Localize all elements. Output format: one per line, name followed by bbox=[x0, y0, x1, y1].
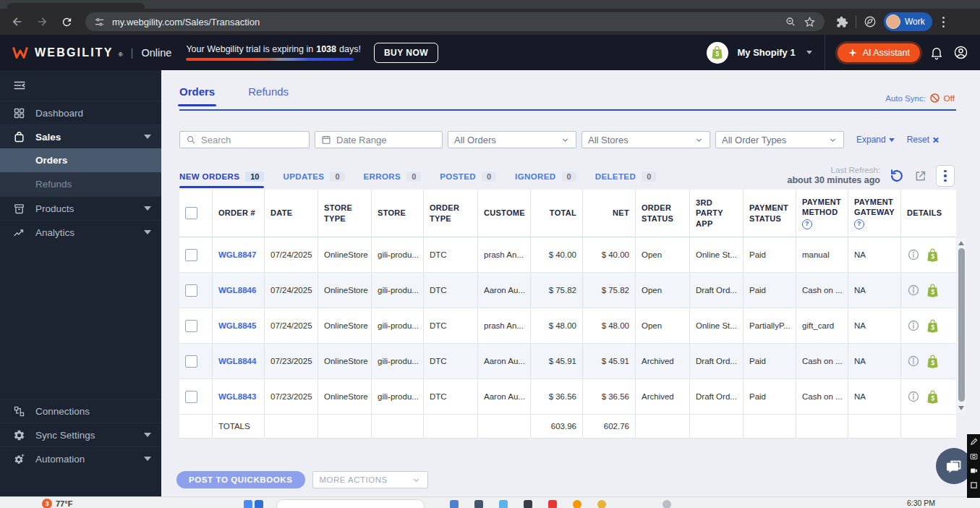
column-header-payment-status[interactable]: PAYMENT STATUS bbox=[743, 190, 796, 237]
column-header-order[interactable]: ORDER # bbox=[213, 190, 265, 237]
tab-refunds[interactable]: Refunds bbox=[248, 85, 289, 106]
auto-sync-toggle[interactable]: Auto Sync: Off bbox=[885, 93, 955, 103]
forward-icon[interactable] bbox=[32, 12, 52, 32]
taskbar-app-icon[interactable] bbox=[573, 500, 581, 508]
region-select-icon[interactable] bbox=[970, 481, 978, 489]
tab-orders[interactable]: Orders bbox=[179, 85, 215, 106]
tab-new-orders[interactable]: NEW ORDERS10 bbox=[179, 172, 264, 188]
info-icon[interactable] bbox=[907, 248, 920, 261]
tab-deleted[interactable]: DELETED0 bbox=[595, 172, 657, 188]
taskbar-app-icon[interactable] bbox=[499, 500, 508, 508]
taskbar-app-icon[interactable] bbox=[450, 500, 459, 508]
chevron-down-icon[interactable] bbox=[806, 51, 812, 54]
order-number-link[interactable]: WGL8843 bbox=[218, 392, 256, 401]
camera-icon[interactable] bbox=[970, 452, 978, 460]
browser-profile[interactable]: Work bbox=[884, 12, 932, 31]
taskbar-app-icon[interactable] bbox=[548, 500, 557, 508]
browser-menu-icon[interactable] bbox=[939, 14, 947, 30]
tab-errors[interactable]: ERRORS0 bbox=[364, 172, 422, 188]
row-checkbox[interactable] bbox=[185, 391, 197, 403]
row-checkbox[interactable] bbox=[185, 284, 197, 297]
more-actions-select[interactable]: MORE ACTIONS bbox=[312, 471, 428, 488]
scrollbar-thumb[interactable] bbox=[958, 248, 965, 402]
sidebar-item-dashboard[interactable]: Dashboard bbox=[0, 101, 161, 124]
taskbar-weather[interactable]: 3 77°F bbox=[42, 499, 72, 508]
column-header-net[interactable]: NET bbox=[583, 190, 636, 237]
site-info-icon[interactable] bbox=[94, 17, 105, 27]
column-header-total[interactable]: TOTAL bbox=[531, 190, 583, 237]
info-icon[interactable] bbox=[907, 355, 920, 368]
store-switcher[interactable]: My Shopify 1 bbox=[738, 47, 796, 58]
extensions-icon[interactable] bbox=[836, 16, 848, 28]
sidebar-item-orders[interactable]: Orders bbox=[0, 148, 161, 172]
video-icon[interactable] bbox=[970, 467, 978, 475]
taskbar-app-icon[interactable] bbox=[474, 500, 483, 508]
notifications-bell-icon[interactable] bbox=[929, 46, 944, 60]
order-types-filter-select[interactable]: All Order Types bbox=[715, 131, 844, 148]
orders-filter-select[interactable]: All Orders bbox=[448, 131, 576, 148]
help-icon[interactable]: ? bbox=[802, 219, 812, 229]
scroll-up-icon[interactable] bbox=[958, 241, 964, 245]
table-menu-icon[interactable] bbox=[936, 165, 955, 187]
info-icon[interactable] bbox=[907, 319, 920, 332]
account-icon[interactable] bbox=[953, 45, 968, 60]
column-header-payment-gateway[interactable]: PAYMENT GATEWAY? bbox=[848, 190, 901, 237]
sidebar-item-automation[interactable]: Automation bbox=[0, 446, 161, 470]
column-header-date[interactable]: DATE bbox=[265, 190, 318, 237]
sidebar-item-sync-settings[interactable]: Sync Settings bbox=[0, 423, 161, 446]
search-input[interactable] bbox=[201, 135, 299, 145]
buy-now-button[interactable]: BUY NOW bbox=[374, 43, 438, 63]
table-scrollbar[interactable] bbox=[957, 239, 966, 412]
column-header-payment-method[interactable]: PAYMENT METHOD? bbox=[796, 190, 848, 237]
order-number-link[interactable]: WGL8847 bbox=[218, 250, 256, 259]
tab-ignored[interactable]: IGNORED0 bbox=[515, 172, 576, 188]
select-all-checkbox[interactable] bbox=[185, 207, 197, 219]
battery-saver-icon[interactable] bbox=[864, 15, 877, 28]
sidebar-collapse-icon[interactable] bbox=[0, 70, 161, 101]
date-range-picker[interactable]: Date Range bbox=[315, 131, 443, 148]
row-checkbox[interactable] bbox=[185, 320, 197, 332]
open-in-new-icon[interactable] bbox=[913, 169, 927, 183]
order-number-link[interactable]: WGL8845 bbox=[218, 321, 256, 330]
scroll-down-icon[interactable] bbox=[958, 406, 964, 410]
sidebar-item-analytics[interactable]: Analytics bbox=[0, 220, 161, 244]
column-header-order-status[interactable]: ORDER STATUS bbox=[636, 190, 690, 237]
help-icon[interactable]: ? bbox=[854, 219, 864, 229]
stores-filter-select[interactable]: All Stores bbox=[581, 131, 710, 148]
ai-assistant-button[interactable]: AI Assistant bbox=[838, 43, 920, 62]
reset-link[interactable]: Reset bbox=[907, 135, 939, 145]
post-to-quickbooks-button[interactable]: POST TO QUICKBOOKS bbox=[176, 471, 305, 488]
bookmark-star-icon[interactable] bbox=[804, 16, 816, 28]
browser-tab[interactable] bbox=[7, 3, 145, 9]
row-checkbox[interactable] bbox=[185, 249, 197, 261]
zoom-icon[interactable] bbox=[785, 16, 796, 27]
column-header-order-type[interactable]: ORDER TYPE bbox=[424, 190, 478, 237]
column-header-details[interactable]: DETAILS bbox=[901, 190, 956, 237]
row-checkbox[interactable] bbox=[185, 355, 197, 368]
sidebar-item-sales[interactable]: Sales bbox=[0, 124, 161, 148]
taskbar-app-icon[interactable] bbox=[597, 500, 606, 508]
taskbar-app-icon[interactable] bbox=[524, 500, 532, 508]
sidebar-item-products[interactable]: Products bbox=[0, 196, 161, 220]
order-number-link[interactable]: WGL8846 bbox=[218, 286, 256, 295]
column-header-store-type[interactable]: STORE TYPE bbox=[318, 190, 372, 237]
search-box[interactable] bbox=[179, 131, 310, 148]
sidebar-item-refunds[interactable]: Refunds bbox=[0, 172, 161, 196]
column-header-customer[interactable]: CUSTOME bbox=[478, 190, 531, 237]
url-bar[interactable]: my.webgility.com/Sales/Transaction bbox=[85, 12, 825, 31]
expand-link[interactable]: Expand bbox=[856, 135, 895, 145]
column-header-3rd-party-app[interactable]: 3RD PARTY APP bbox=[690, 190, 743, 237]
order-number-link[interactable]: WGL8844 bbox=[218, 357, 256, 365]
tab-posted[interactable]: POSTED0 bbox=[440, 172, 496, 188]
sidebar-item-connections[interactable]: Connections bbox=[0, 399, 161, 423]
taskbar-search[interactable] bbox=[276, 499, 425, 508]
taskbar-app-icon[interactable] bbox=[244, 500, 252, 508]
info-icon[interactable] bbox=[907, 390, 920, 403]
info-icon[interactable] bbox=[907, 284, 920, 297]
tab-updates[interactable]: UPDATES0 bbox=[283, 172, 344, 188]
taskbar-app-icon[interactable] bbox=[662, 500, 671, 508]
pencil-icon[interactable] bbox=[970, 438, 978, 446]
refresh-icon[interactable] bbox=[889, 168, 905, 184]
reload-icon[interactable] bbox=[56, 12, 77, 32]
column-header-store[interactable]: STORE bbox=[372, 190, 424, 237]
